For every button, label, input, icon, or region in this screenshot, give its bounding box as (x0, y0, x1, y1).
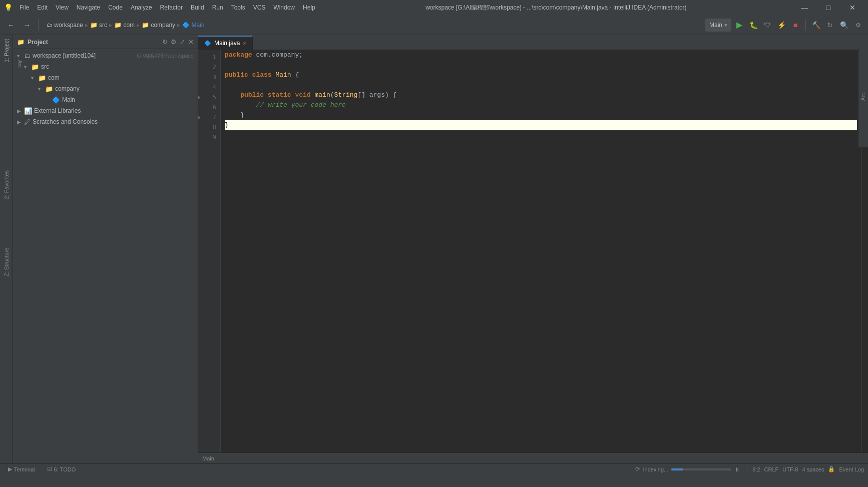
code-line-6: // write your code here (225, 100, 857, 110)
terminal-label: Terminal (14, 466, 35, 472)
maximize-button[interactable]: □ (817, 0, 840, 15)
todo-icon: ☑ (47, 466, 52, 472)
terminal-tab[interactable]: ▶ Terminal (4, 465, 39, 473)
tree-item-main-java[interactable]: 🔷 Main (13, 94, 198, 105)
todo-tab[interactable]: ☑ 6: TODO (43, 465, 80, 473)
menu-code[interactable]: Code (104, 3, 127, 12)
sync-button[interactable]: ↻ (824, 19, 836, 31)
menu-window[interactable]: Window (269, 3, 299, 12)
project-panel-title: Project (28, 39, 159, 46)
indexing-label: Indexing... (643, 466, 668, 472)
tab-close-button[interactable]: × (243, 40, 246, 46)
code-line-2 (225, 60, 857, 70)
sidebar-item-project[interactable]: 1: Project (2, 35, 12, 66)
run-config-label: Main (709, 22, 722, 29)
coverage-button[interactable]: 🛡 (761, 19, 773, 31)
project-panel-header: 📁 Project ↻ ⚙ ⤢ ✕ (13, 35, 198, 49)
tab-filename: Main.java (214, 40, 240, 47)
minimize-button[interactable]: — (793, 0, 816, 15)
tree-item-src[interactable]: ▾ 📁 src (13, 61, 198, 72)
line-ending[interactable]: CRLF (764, 466, 779, 472)
menu-help[interactable]: Help (299, 3, 319, 12)
event-log-link[interactable]: Event Log (839, 466, 864, 472)
editor-area: 🔷 Main.java × 1 2 3 4 ●5 6 ●7 8 9 (198, 35, 868, 463)
editor-method-path: Main (202, 455, 214, 461)
sidebar-item-favorites[interactable]: 2: Favorites (2, 166, 12, 203)
indexing-progress: ⟳ Indexing... ⏸ (635, 466, 740, 472)
toolbar-separator-1 (38, 19, 39, 31)
title-text: workspace [G:\AI编程部\workspace] - ...\src… (319, 4, 793, 12)
breadcrumb-src[interactable]: 📁 src (90, 22, 107, 29)
indexing-spinner: ⟳ (635, 466, 640, 472)
encoding[interactable]: UTF-8 (782, 466, 798, 472)
tree-item-com[interactable]: ▾ 📁 com (13, 72, 198, 83)
menu-refactor[interactable]: Refactor (156, 3, 187, 12)
lock-icon[interactable]: 🔒 (828, 466, 835, 472)
indent-setting[interactable]: 4 spaces (802, 466, 824, 472)
code-editor[interactable]: 1 2 3 4 ●5 6 ●7 8 9 package com.company;… (198, 50, 868, 452)
gutter-line-8: 8 (198, 122, 216, 132)
find-button[interactable]: 🔍 (838, 19, 850, 31)
code-line-7: } (225, 110, 857, 120)
menu-edit[interactable]: Edit (33, 3, 52, 12)
menu-build[interactable]: Build (187, 3, 208, 12)
breadcrumb-company[interactable]: 📁 company (142, 22, 175, 29)
run-config[interactable]: Main ▾ (705, 19, 731, 32)
gutter-line-7: ●7 (198, 112, 216, 122)
toolbar-separator-2 (805, 19, 806, 31)
close-button[interactable]: ✕ (841, 0, 864, 15)
breadcrumb-main[interactable]: 🔷 Main (182, 22, 204, 29)
scratches-label: Scratches and Consoles (33, 118, 194, 125)
breadcrumb-com[interactable]: 📁 com (114, 22, 135, 29)
progress-track (671, 468, 731, 470)
editor-tabs: 🔷 Main.java × (198, 35, 868, 50)
progress-pause-icon[interactable]: ⏸ (734, 466, 740, 472)
tree-item-external-libs[interactable]: ▶ 📊 External Libraries (13, 105, 198, 116)
project-hide-icon[interactable]: ✕ (188, 38, 194, 46)
ant-strip-label[interactable]: Ant (860, 93, 866, 101)
project-sync-icon[interactable]: ↻ (162, 38, 168, 46)
project-expand-icon[interactable]: ⤢ (180, 38, 185, 46)
menu-file[interactable]: File (16, 3, 33, 12)
code-content[interactable]: package com.company; public class Main {… (221, 50, 861, 452)
status-bar: ▶ Terminal ☑ 6: TODO ⟳ Indexing... ⏸ 8:2… (0, 463, 868, 474)
cursor-position[interactable]: 8:2 (752, 466, 760, 472)
build-button[interactable]: 🔨 (810, 19, 822, 31)
run-button[interactable]: ▶ (733, 19, 745, 31)
project-tree: ▾ 🗂 workspace [untitled104] G:\AI编程部\wor… (13, 49, 198, 463)
gutter-line-9: 9 (198, 132, 216, 142)
tree-item-workspace[interactable]: ▾ 🗂 workspace [untitled104] G:\AI编程部\wor… (13, 50, 198, 61)
stop-button[interactable]: ■ (789, 19, 801, 31)
project-gear-icon[interactable]: ⚙ (171, 38, 177, 46)
debug-button[interactable]: 🐛 (747, 19, 759, 31)
tree-item-company[interactable]: ▾ 📁 company (13, 83, 198, 94)
external-libs-label: External Libraries (34, 107, 194, 114)
back-button[interactable]: ← (4, 18, 18, 32)
sidebar-item-structure[interactable]: Z: Structure (2, 243, 12, 280)
menu-view[interactable]: View (52, 3, 73, 12)
line-number-gutter: 1 2 3 4 ●5 6 ●7 8 9 (198, 50, 221, 452)
gutter-line-3: 3 (198, 72, 216, 82)
progress-fill (671, 468, 683, 470)
code-line-9 (225, 130, 857, 140)
menu-vcs[interactable]: VCS (249, 3, 270, 12)
profile-button[interactable]: ⚡ (775, 19, 787, 31)
left-panel-strip: 1: Project 2: Favorites Z: Structure Ant (0, 35, 13, 463)
workspace-label: workspace [untitled104] (33, 52, 135, 59)
settings-button[interactable]: ⚙ (852, 19, 864, 31)
workspace-path: G:\AI编程部\workspace (137, 52, 194, 60)
app-icon: 💡 (4, 4, 13, 12)
title-bar: 💡 File Edit View Navigate Code Analyze R… (0, 0, 868, 15)
forward-button[interactable]: → (20, 18, 34, 32)
menu-tools[interactable]: Tools (227, 3, 249, 12)
gutter-line-5: ●5 (198, 92, 216, 102)
breadcrumb-workspace[interactable]: 🗂 workspace (47, 22, 83, 29)
tree-item-scratches[interactable]: ▶ 🖊 Scratches and Consoles (13, 116, 198, 127)
editor-tab-main-java[interactable]: 🔷 Main.java × (198, 36, 253, 50)
menu-navigate[interactable]: Navigate (73, 3, 104, 12)
gutter-line-1: 1 (198, 52, 216, 62)
menu-analyze[interactable]: Analyze (127, 3, 156, 12)
menu-run[interactable]: Run (208, 3, 227, 12)
breadcrumb: 🗂 workspace ▸ 📁 src ▸ 📁 com ▸ 📁 company … (47, 22, 204, 29)
code-line-4 (225, 80, 857, 90)
